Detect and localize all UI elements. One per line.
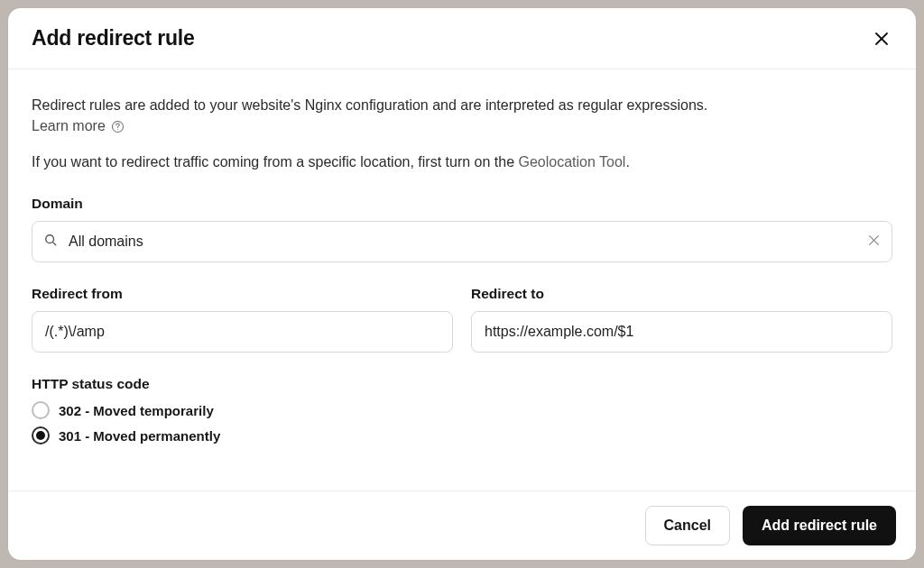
- radio-301-label: 301 - Moved permanently: [59, 428, 220, 444]
- submit-button[interactable]: Add redirect rule: [743, 506, 896, 545]
- geo-prefix: If you want to redirect traffic coming f…: [32, 154, 519, 169]
- radio-302-label: 302 - Moved temporarily: [59, 403, 214, 418]
- domain-input[interactable]: [32, 221, 892, 262]
- modal-header: Add redirect rule: [8, 8, 916, 69]
- redirect-from-input[interactable]: [32, 311, 453, 353]
- domain-input-wrap: [32, 221, 892, 262]
- modal-body: Redirect rules are added to your website…: [8, 69, 916, 490]
- learn-more-row: Learn more: [32, 118, 892, 134]
- redirect-from-label: Redirect from: [32, 286, 453, 302]
- cancel-button[interactable]: Cancel: [645, 506, 730, 545]
- geo-suffix: .: [625, 154, 629, 169]
- description-text: Redirect rules are added to your website…: [32, 95, 892, 116]
- add-redirect-rule-modal: Add redirect rule Redirect rules are add…: [8, 8, 916, 560]
- geolocation-hint: If you want to redirect traffic coming f…: [32, 154, 892, 170]
- svg-line-5: [53, 243, 56, 245]
- geolocation-tool-link[interactable]: Geolocation Tool: [519, 154, 626, 169]
- clear-icon[interactable]: [868, 234, 880, 250]
- redirect-to-label: Redirect to: [471, 286, 892, 302]
- domain-field: Domain: [32, 196, 892, 262]
- http-status-field: HTTP status code 302 - Moved temporarily…: [32, 376, 892, 444]
- redirect-from-field: Redirect from: [32, 286, 453, 353]
- close-icon: [874, 32, 889, 46]
- radio-icon-unselected: [32, 401, 50, 419]
- svg-point-3: [117, 129, 118, 130]
- search-icon: [44, 234, 57, 250]
- redirect-fields-row: Redirect from Redirect to: [32, 286, 892, 353]
- radio-icon-selected: [32, 426, 50, 444]
- domain-label: Domain: [32, 196, 892, 212]
- learn-more-link[interactable]: Learn more: [32, 118, 106, 134]
- radio-302[interactable]: 302 - Moved temporarily: [32, 401, 892, 419]
- close-button[interactable]: [871, 28, 892, 50]
- http-status-label: HTTP status code: [32, 376, 892, 392]
- redirect-to-field: Redirect to: [471, 286, 892, 353]
- radio-301[interactable]: 301 - Moved permanently: [32, 426, 892, 444]
- modal-footer: Cancel Add redirect rule: [8, 490, 916, 560]
- radio-dot-icon: [36, 431, 45, 440]
- redirect-to-input[interactable]: [471, 311, 892, 353]
- help-icon[interactable]: [111, 120, 125, 133]
- modal-title: Add redirect rule: [32, 26, 195, 50]
